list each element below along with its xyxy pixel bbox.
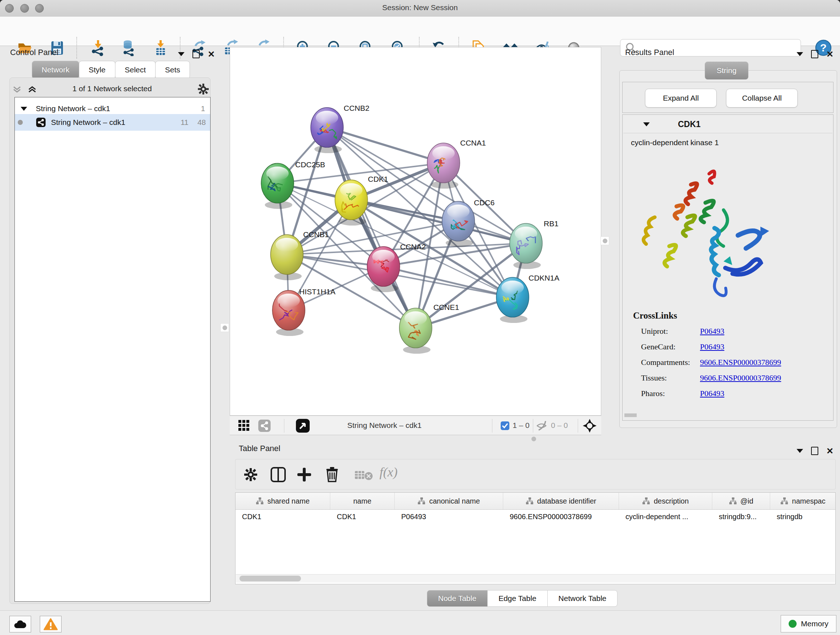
show-columns-icon[interactable] bbox=[270, 467, 286, 483]
crosslink-label: GeneCard: bbox=[641, 342, 700, 352]
network-edge[interactable] bbox=[327, 127, 416, 328]
delete-column-icon[interactable] bbox=[325, 466, 340, 483]
results-toolbar-box: Expand All Collapse All bbox=[622, 82, 834, 113]
collapse-panel-icon[interactable] bbox=[797, 52, 803, 56]
grid-view-icon[interactable] bbox=[238, 419, 251, 432]
crosslink-link[interactable]: P06493 bbox=[700, 326, 724, 336]
cloud-button[interactable] bbox=[9, 616, 31, 632]
detach-view-icon[interactable] bbox=[295, 418, 310, 433]
results-hscrollbar[interactable] bbox=[624, 413, 637, 417]
collapse-section-icon[interactable] bbox=[643, 122, 650, 126]
crosslink-link[interactable]: P06493 bbox=[700, 389, 724, 398]
crosslink-link[interactable]: 9606.ENSP00000378699 bbox=[700, 373, 781, 383]
function-builder-icon: f(x) bbox=[379, 464, 398, 480]
table-cell[interactable]: CDK1 bbox=[235, 513, 330, 521]
node-label-CDKN1A: CDKN1A bbox=[529, 274, 559, 282]
tab-node-table[interactable]: Node Table bbox=[427, 590, 488, 607]
tab-edge-table[interactable]: Edge Table bbox=[487, 590, 548, 607]
import-network-database-button[interactable] bbox=[120, 40, 137, 56]
table-cell[interactable]: CDK1 bbox=[330, 513, 395, 521]
column-header--id[interactable]: @id bbox=[712, 493, 770, 509]
delete-table-icon-disabled bbox=[354, 469, 373, 482]
network-node-CCNE1[interactable]: CCNE1 bbox=[399, 303, 459, 354]
network-node-CDKN1A[interactable]: CDKN1A bbox=[496, 274, 559, 323]
tab-select[interactable]: Select bbox=[115, 61, 156, 79]
warning-button[interactable] bbox=[40, 616, 62, 632]
node-label-RB1: RB1 bbox=[544, 219, 559, 228]
crosslinks-list: Uniprot:P06493GeneCard:P06493Compartment… bbox=[641, 326, 829, 404]
table-options-gear-icon[interactable] bbox=[243, 467, 258, 482]
column-header-shared-name[interactable]: shared name bbox=[235, 493, 330, 509]
table-cell[interactable]: stringdb bbox=[770, 513, 836, 521]
float-panel-icon[interactable] bbox=[193, 50, 200, 58]
network-tree-child-row[interactable]: String Network – cdk1 11 48 bbox=[15, 114, 210, 131]
tab-sets[interactable]: Sets bbox=[155, 61, 190, 79]
crosslink-label: Pharos: bbox=[641, 389, 700, 398]
gene-section-header[interactable]: CDK1 bbox=[623, 116, 832, 133]
results-panel-controls: ✕ bbox=[797, 50, 834, 58]
close-panel-icon[interactable]: ✕ bbox=[208, 51, 215, 57]
collapse-panel-icon[interactable] bbox=[797, 449, 803, 453]
expand-all-button[interactable]: Expand All bbox=[645, 89, 717, 108]
tab-network-table[interactable]: Network Table bbox=[547, 590, 618, 607]
network-canvas[interactable]: CCNB2CCNA1CDC25BCDK1CDC6RB1CCNB1CCNA2CDK… bbox=[230, 47, 601, 416]
network-node-RB1[interactable]: RB1 bbox=[510, 219, 559, 269]
tab-style[interactable]: Style bbox=[79, 61, 115, 79]
left-splitter-handle[interactable] bbox=[220, 323, 229, 332]
collapse-tree-icon[interactable] bbox=[27, 85, 37, 96]
toolbar-separator bbox=[76, 37, 77, 59]
table-tabs: Node TableEdge TableNetwork Table bbox=[427, 590, 617, 607]
crosslink-label: Compartments: bbox=[641, 358, 700, 367]
shared-column-icon bbox=[729, 497, 737, 505]
network-view-share-icon[interactable] bbox=[258, 419, 271, 432]
collapse-panel-icon[interactable] bbox=[178, 52, 185, 56]
crosslink-link[interactable]: P06493 bbox=[700, 342, 724, 352]
status-bar: Memory bbox=[0, 610, 840, 635]
column-header-namespac[interactable]: namespac bbox=[770, 493, 836, 509]
expand-tree-icon[interactable] bbox=[12, 85, 22, 96]
hidden-eye-slash-icon bbox=[536, 420, 547, 432]
memory-button[interactable]: Memory bbox=[781, 615, 836, 632]
crosslink-link[interactable]: 9606.ENSP00000378699 bbox=[700, 358, 781, 367]
import-network-file-button[interactable] bbox=[90, 40, 106, 56]
close-panel-icon[interactable]: ✕ bbox=[826, 448, 834, 454]
title-bar: Session: New Session bbox=[0, 0, 840, 17]
table-cell[interactable]: P06493 bbox=[395, 513, 503, 521]
column-header-canonical-name[interactable]: canonical name bbox=[395, 493, 503, 509]
import-table-button[interactable] bbox=[152, 40, 169, 56]
right-splitter-handle[interactable] bbox=[600, 236, 609, 245]
node-label-CCNE1: CCNE1 bbox=[433, 303, 459, 311]
node-table[interactable]: shared namenamecanonical namedatabase id… bbox=[235, 492, 836, 584]
bottom-splitter-handle[interactable] bbox=[531, 437, 536, 441]
column-header-database-identifier[interactable]: database identifier bbox=[503, 493, 619, 509]
tree-expand-icon[interactable] bbox=[21, 107, 27, 111]
network-edge[interactable] bbox=[327, 127, 444, 163]
network-node-HIST1H1A[interactable]: HIST1H1A bbox=[272, 287, 335, 336]
close-panel-icon[interactable]: ✕ bbox=[826, 51, 834, 57]
crosshair-icon[interactable] bbox=[583, 419, 597, 432]
network-options-gear-icon[interactable] bbox=[197, 83, 209, 96]
float-panel-icon[interactable] bbox=[811, 50, 818, 58]
table-cell[interactable]: stringdb:9... bbox=[712, 513, 770, 521]
node-label-CCNB1: CCNB1 bbox=[303, 230, 329, 239]
selected-count-label: 1 – 0 bbox=[513, 421, 530, 430]
tab-network[interactable]: Network bbox=[32, 61, 79, 79]
protein-structure-image bbox=[633, 163, 778, 308]
collapse-all-button[interactable]: Collapse All bbox=[726, 89, 798, 108]
network-node-CCNB2[interactable]: CCNB2 bbox=[311, 104, 369, 153]
selected-checkbox-icon[interactable] bbox=[500, 421, 510, 431]
column-header-name[interactable]: name bbox=[330, 493, 395, 509]
application-window: Session: New Session bbox=[0, 0, 840, 635]
table-row[interactable]: CDK1CDK1P064939606.ENSP00000378699cyclin… bbox=[235, 510, 835, 524]
table-hscrollbar[interactable] bbox=[236, 574, 835, 583]
table-cell[interactable]: 9606.ENSP00000378699 bbox=[503, 513, 619, 521]
column-header-description[interactable]: description bbox=[619, 493, 712, 509]
float-panel-icon[interactable] bbox=[811, 447, 818, 455]
table-header-row: shared namenamecanonical namedatabase id… bbox=[235, 493, 835, 510]
window-title: Session: New Session bbox=[0, 3, 840, 12]
table-cell[interactable]: cyclin-dependent ... bbox=[619, 513, 712, 521]
edge-count: 48 bbox=[197, 118, 206, 127]
network-node-CCNA1[interactable]: CCNA1 bbox=[427, 139, 486, 188]
tab-string[interactable]: String bbox=[705, 62, 748, 80]
add-column-icon[interactable] bbox=[296, 467, 312, 483]
